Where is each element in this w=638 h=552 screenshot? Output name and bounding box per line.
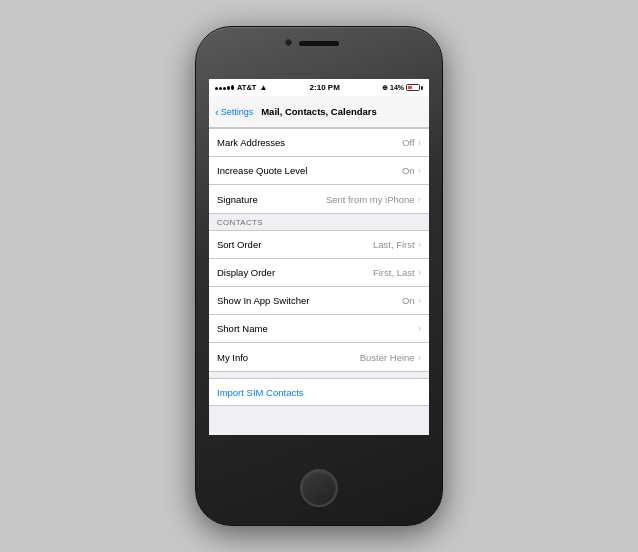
signature-value: Sent from my iPhone › <box>326 194 421 205</box>
chevron-icon: › <box>418 352 421 363</box>
battery-icon <box>406 84 423 91</box>
status-time: 2:10 PM <box>310 83 340 92</box>
show-in-app-switcher-value: On › <box>402 295 421 306</box>
my-info-value: Buster Heine › <box>360 352 421 363</box>
status-right: ⊕ 14% <box>382 84 423 92</box>
display-order-item[interactable]: Display Order First, Last › <box>209 259 429 287</box>
my-info-item[interactable]: My Info Buster Heine › <box>209 343 429 371</box>
mark-addresses-value: Off › <box>402 137 421 148</box>
chevron-icon: › <box>418 295 421 306</box>
chevron-icon: › <box>418 239 421 250</box>
battery-tip <box>421 86 423 90</box>
mail-list-group: Mark Addresses Off › Increase Quote Leve… <box>209 128 429 214</box>
sort-order-value: Last, First › <box>373 239 421 250</box>
phone-frame: AT&T ▲ 2:10 PM ⊕ 14% <box>195 26 443 526</box>
wifi-icon: ▲ <box>259 83 267 92</box>
chevron-icon: › <box>418 323 421 334</box>
mark-addresses-item[interactable]: Mark Addresses Off › <box>209 129 429 157</box>
sort-order-item[interactable]: Sort Order Last, First › <box>209 231 429 259</box>
short-name-label: Short Name <box>217 323 268 334</box>
nav-title: Mail, Contacts, Calendars <box>261 106 377 117</box>
status-bar: AT&T ▲ 2:10 PM ⊕ 14% <box>209 79 429 96</box>
home-button[interactable] <box>300 469 338 507</box>
chevron-icon: › <box>418 165 421 176</box>
chevron-icon: › <box>418 194 421 205</box>
speaker <box>299 41 339 46</box>
carrier-label: AT&T <box>237 83 256 92</box>
increase-quote-value: On › <box>402 165 421 176</box>
screen: AT&T ▲ 2:10 PM ⊕ 14% <box>209 79 429 435</box>
camera <box>285 39 292 46</box>
status-left: AT&T ▲ <box>215 83 267 92</box>
signature-label: Signature <box>217 194 258 205</box>
increase-quote-label: Increase Quote Level <box>217 165 307 176</box>
screen-bezel: AT&T ▲ 2:10 PM ⊕ 14% <box>209 79 429 435</box>
nav-bar: ‹ Settings Mail, Contacts, Calendars <box>209 96 429 128</box>
mark-addresses-label: Mark Addresses <box>217 137 285 148</box>
import-sim-section: Import SIM Contacts <box>209 378 429 406</box>
contacts-list-group: Sort Order Last, First › Display Order F… <box>209 230 429 372</box>
back-button[interactable]: ‹ Settings <box>215 106 253 118</box>
battery-percent: 14% <box>390 84 404 91</box>
back-chevron-icon: ‹ <box>215 106 219 118</box>
back-label: Settings <box>221 107 254 117</box>
my-info-label: My Info <box>217 352 248 363</box>
contacts-section-header: CONTACTS <box>209 214 429 230</box>
import-sim-item[interactable]: Import SIM Contacts <box>209 378 429 406</box>
display-order-label: Display Order <box>217 267 275 278</box>
show-in-app-switcher-label: Show In App Switcher <box>217 295 309 306</box>
chevron-icon: › <box>418 267 421 278</box>
location-icon: ⊕ <box>382 84 388 92</box>
signature-item[interactable]: Signature Sent from my iPhone › <box>209 185 429 213</box>
display-order-value: First, Last › <box>373 267 421 278</box>
signal-icon <box>215 85 234 90</box>
mail-section: Mark Addresses Off › Increase Quote Leve… <box>209 128 429 214</box>
import-sim-label: Import SIM Contacts <box>217 387 304 398</box>
chevron-icon: › <box>418 137 421 148</box>
short-name-item[interactable]: Short Name › <box>209 315 429 343</box>
contacts-section: CONTACTS Sort Order Last, First › Displa… <box>209 214 429 372</box>
increase-quote-item[interactable]: Increase Quote Level On › <box>209 157 429 185</box>
battery-fill <box>408 86 412 89</box>
sort-order-label: Sort Order <box>217 239 261 250</box>
show-in-app-switcher-item[interactable]: Show In App Switcher On › <box>209 287 429 315</box>
battery-body <box>406 84 420 91</box>
short-name-value: › <box>418 323 421 334</box>
